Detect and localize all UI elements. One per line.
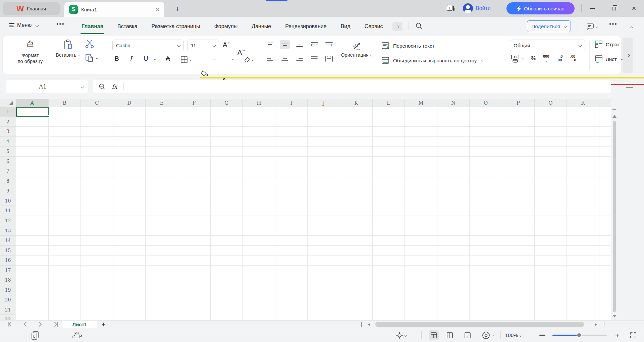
paste-button[interactable]: Вставить (50, 39, 85, 58)
zoom-formula-icon[interactable] (98, 83, 106, 90)
column-header-B[interactable]: B (49, 99, 81, 107)
menu-tab-Рецензирование[interactable]: Рецензирование (278, 17, 334, 36)
italic-button[interactable]: I (129, 55, 132, 62)
row-header-9[interactable]: 9 (0, 186, 16, 196)
page-layout-status-button[interactable]: L (30, 330, 40, 340)
decrease-decimal-button[interactable]: ←.0.00 (556, 55, 562, 62)
zoom-slider-thumb[interactable] (577, 333, 582, 338)
vertical-scrollbar-thumb[interactable] (613, 121, 616, 312)
sheet-tab-active[interactable]: Лист1 (62, 321, 97, 328)
menu-tab-Данные[interactable]: Данные (245, 17, 278, 36)
fullscreen-button[interactable] (628, 330, 639, 340)
align-right-button[interactable] (294, 54, 305, 63)
page-layout-view-button[interactable] (445, 330, 455, 340)
active-cell-selection[interactable] (16, 107, 49, 117)
rows-button[interactable]: Строк (594, 39, 623, 50)
row-header-5[interactable]: 5 (0, 147, 16, 157)
row-header-8[interactable]: 8 (0, 176, 16, 186)
zoom-in-button[interactable]: + (615, 331, 619, 339)
align-bottom-button[interactable] (294, 40, 305, 49)
borders-button[interactable] (180, 56, 192, 64)
row-header-21[interactable]: 21 (0, 305, 16, 315)
wrap-text-button[interactable]: Переносить текст (381, 42, 434, 50)
distributed-button[interactable] (324, 54, 334, 63)
increase-indent-button[interactable] (324, 40, 334, 49)
menu-tab-Вставка[interactable]: Вставка (110, 17, 144, 36)
row-header-20[interactable]: 20 (0, 295, 16, 305)
grid-cells[interactable] (16, 107, 611, 320)
last-sheet-button[interactable] (52, 322, 58, 328)
increase-decimal-button[interactable]: .00→.0 (569, 55, 576, 62)
column-header-D[interactable]: D (113, 99, 146, 107)
column-header-H[interactable]: H (243, 99, 275, 107)
column-header-I[interactable]: I (275, 99, 308, 107)
align-middle-button[interactable] (280, 40, 290, 49)
restore-button[interactable] (609, 4, 619, 13)
column-header-A[interactable]: A (16, 99, 49, 107)
column-header-M[interactable]: M (405, 99, 437, 107)
vertical-split-handle[interactable] (612, 109, 616, 110)
horizontal-split-handle[interactable] (361, 322, 362, 327)
scroll-up-arrow[interactable] (612, 115, 616, 118)
collapse-ribbon-button[interactable] (631, 25, 633, 31)
column-header-G[interactable]: G (211, 99, 243, 107)
row-header-22[interactable]: 22 (0, 315, 16, 320)
minimize-button[interactable] (588, 4, 597, 13)
row-header-15[interactable]: 15 (0, 246, 16, 256)
window-manager-badge[interactable]: 1 (447, 5, 455, 11)
strikethrough-button[interactable]: A (166, 55, 170, 62)
row-header-13[interactable]: 13 (0, 226, 16, 236)
thousands-separator-button[interactable]: 000, (543, 55, 549, 62)
formula-bar[interactable]: fx (93, 80, 611, 93)
sheet-button[interactable]: Лист (594, 54, 623, 64)
page-break-view-button[interactable] (463, 330, 473, 340)
row-header-2[interactable]: 2 (0, 117, 16, 127)
upgrade-now-button[interactable]: Обновить сейчас (506, 2, 575, 14)
menu-tab-Сервис[interactable]: Сервис (358, 17, 390, 36)
row-header-19[interactable]: 19 (0, 285, 16, 295)
underline-button[interactable]: U (144, 55, 148, 62)
horizontal-split-handle-end[interactable] (604, 322, 604, 327)
column-header-O[interactable]: O (470, 99, 502, 107)
column-header-F[interactable]: F (178, 99, 211, 107)
copy-button[interactable] (85, 53, 105, 63)
more-options-button[interactable]: ••• (609, 21, 618, 28)
add-sheet-button[interactable]: + (102, 321, 105, 328)
new-tab-button[interactable]: + (173, 5, 182, 13)
menu-tab-Вид[interactable]: Вид (334, 17, 358, 36)
close-document-icon[interactable]: ✕ (155, 6, 160, 13)
search-icon[interactable] (415, 22, 423, 31)
column-header-K[interactable]: K (340, 99, 373, 107)
font-size-select[interactable]: 11 (187, 40, 219, 51)
first-sheet-button[interactable] (7, 322, 13, 328)
number-format-select[interactable]: Общий (510, 40, 585, 51)
select-all-corner[interactable] (0, 99, 16, 107)
expand-ribbon-button[interactable] (623, 38, 633, 73)
column-header-J[interactable]: J (308, 99, 340, 107)
comments-button[interactable] (586, 23, 598, 30)
align-left-button[interactable] (265, 54, 275, 63)
zoom-out-button[interactable] (539, 335, 545, 336)
eye-protection-button[interactable] (480, 330, 496, 340)
merge-center-button[interactable]: Объединить и выровнять по центру (381, 56, 483, 64)
row-header-10[interactable]: 10 (0, 196, 16, 206)
menu-button[interactable]: Меню (9, 22, 38, 28)
menu-tab-Разметка страницы[interactable]: Разметка страницы (145, 17, 207, 36)
column-header-Q[interactable]: Q (535, 99, 567, 107)
scroll-down-arrow[interactable] (612, 315, 616, 318)
column-header-C[interactable]: C (81, 99, 113, 107)
zoom-level-button[interactable]: 100% (505, 332, 521, 338)
decrease-indent-button[interactable] (309, 40, 319, 49)
document-tab[interactable]: S Книга1 ✕ (64, 2, 164, 17)
format-painter-button[interactable]: Формат по образцу (10, 39, 50, 64)
quick-access-more-button[interactable]: ••• (56, 21, 65, 28)
justify-button[interactable] (309, 54, 319, 63)
column-header-R[interactable]: R (567, 99, 599, 107)
align-top-button[interactable] (265, 40, 275, 49)
macro-vb-button[interactable]: VB (72, 330, 83, 340)
vertical-scrollbar[interactable] (612, 107, 617, 320)
row-header-6[interactable]: 6 (0, 157, 16, 167)
menu-tab-Главная[interactable]: Главная (74, 17, 110, 36)
menu-tab-Формулы[interactable]: Формулы (207, 17, 245, 36)
orientation-button[interactable]: ab Ориентация (335, 40, 377, 58)
